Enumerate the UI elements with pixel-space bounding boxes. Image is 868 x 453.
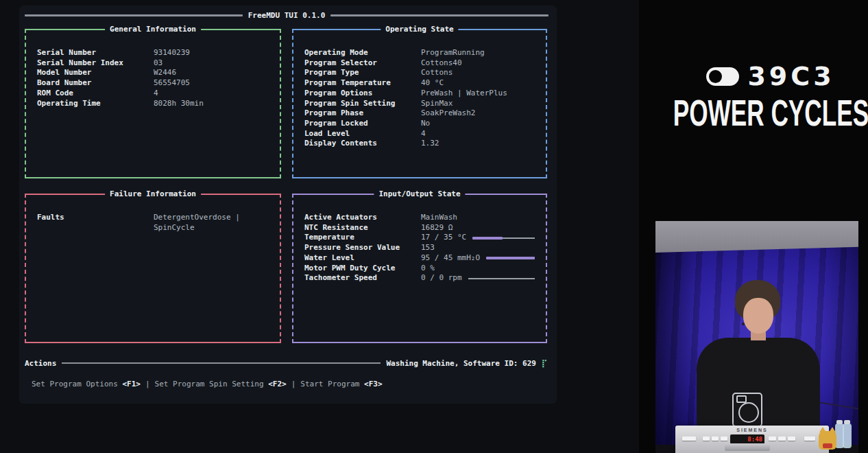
event-logo: 39C3 bbox=[706, 63, 834, 89]
info-row: Serial Number Index03 bbox=[37, 58, 270, 69]
row-value: DetergentOverdose | SpinCycle bbox=[154, 213, 240, 233]
hotkey-f3: <F3> bbox=[364, 380, 383, 388]
spinner-icon: ⡏ bbox=[542, 359, 547, 368]
row-label: Pressure Sensor Value bbox=[304, 243, 421, 253]
row-value: MainWash bbox=[421, 213, 457, 223]
row-label: Program Locked bbox=[304, 119, 421, 129]
washing-machine-control-panel: SIEMENS 8:48 bbox=[675, 426, 829, 453]
row-value: 1.32 bbox=[421, 139, 439, 149]
row-label: Faults bbox=[37, 213, 154, 223]
row-label: Serial Number bbox=[37, 48, 154, 58]
row-label: Serial Number Index bbox=[37, 58, 154, 69]
row-value: 17 / 35 °C bbox=[421, 233, 466, 243]
info-row: Temperature17 / 35 °C bbox=[304, 233, 536, 243]
row-value: No bbox=[421, 119, 430, 129]
row-label: Operating Mode bbox=[304, 48, 421, 58]
machine-button bbox=[778, 437, 786, 441]
info-row: Operating ModeProgramRunning bbox=[304, 48, 536, 58]
row-label: Active Actuators bbox=[304, 213, 421, 223]
info-row: Board Number56554705 bbox=[37, 78, 270, 89]
row-value: 153 bbox=[421, 243, 435, 253]
row-label: Tachometer Speed bbox=[304, 273, 421, 283]
row-label: Motor PWM Duty Cycle bbox=[304, 264, 421, 274]
info-row: Program Temperature40 °C bbox=[304, 78, 536, 89]
washing-machine-doodle bbox=[732, 393, 762, 427]
row-label: NTC Resistance bbox=[304, 223, 421, 233]
info-row: NTC Resistance16829 Ω bbox=[304, 223, 536, 233]
panel-title: Input/Output State bbox=[374, 189, 465, 198]
panel-body: Operating ModeProgramRunning Program Sel… bbox=[293, 30, 546, 149]
action-label: Set Program Options bbox=[32, 380, 118, 388]
row-label: Operating Time bbox=[37, 99, 154, 109]
machine-button bbox=[804, 437, 815, 441]
row-value: Cottons bbox=[421, 68, 453, 78]
event-name: 39C3 bbox=[747, 63, 834, 89]
row-value: 16829 Ω bbox=[421, 223, 453, 233]
title-rule-left bbox=[25, 14, 243, 16]
info-row: Active ActuatorsMainWash bbox=[304, 213, 536, 223]
action-start-program[interactable]: Start Program <F3> bbox=[300, 380, 382, 388]
row-value: 0 / 0 rpm bbox=[421, 273, 462, 283]
hotkey-bar: Set Program Options <F1>|Set Program Spi… bbox=[32, 380, 383, 388]
info-row: Tachometer Speed0 / 0 rpm bbox=[304, 273, 536, 283]
panel-failure-information: Failure Information FaultsDetergentOverd… bbox=[25, 194, 281, 343]
toggle-switch-icon bbox=[706, 67, 739, 86]
panel-body: Serial Number93140239 Serial Number Inde… bbox=[26, 30, 280, 108]
row-label: Board Number bbox=[37, 78, 154, 89]
row-value: ProgramRunning bbox=[421, 48, 485, 58]
row-label: ROM Code bbox=[37, 89, 154, 99]
detergent-drawer bbox=[725, 443, 770, 451]
action-separator: | bbox=[145, 380, 150, 388]
machine-button bbox=[721, 437, 727, 441]
water-level-gauge bbox=[486, 257, 535, 259]
action-set-program-options[interactable]: Set Program Options <F1> bbox=[32, 380, 141, 388]
info-row: Motor PWM Duty Cycle0 % bbox=[304, 264, 536, 274]
action-label: Set Program Spin Setting bbox=[155, 380, 264, 388]
app-title: FreeMDU TUI 0.1.0 bbox=[248, 11, 326, 20]
info-row: Program OptionsPreWash | WaterPlus bbox=[304, 89, 536, 99]
row-value: 56554705 bbox=[154, 78, 190, 89]
info-row: Program TypeCottons bbox=[304, 68, 536, 78]
row-label: Program Selector bbox=[304, 58, 421, 69]
row-label: Load Level bbox=[304, 129, 421, 139]
panel-operating-state: Operating State Operating ModeProgramRun… bbox=[292, 29, 547, 178]
gauge-fill bbox=[472, 237, 503, 240]
row-label: Program Options bbox=[304, 89, 421, 99]
machine-display: 8:48 bbox=[730, 434, 764, 444]
panel-title: Operating State bbox=[381, 25, 458, 34]
row-value: 4 bbox=[154, 89, 158, 99]
hotkey-f2: <F2> bbox=[268, 380, 287, 388]
lucky-cat-figurine bbox=[819, 431, 836, 450]
panel-general-information: General Information Serial Number9314023… bbox=[25, 29, 281, 178]
info-row: Program PhaseSoakPreWash2 bbox=[304, 108, 536, 119]
row-value: W2446 bbox=[154, 68, 176, 78]
row-label: Temperature bbox=[304, 233, 421, 243]
row-value: 8028h 30min bbox=[154, 99, 204, 109]
row-value: SoakPreWash2 bbox=[421, 108, 475, 119]
panel-body: Active ActuatorsMainWash NTC Resistance1… bbox=[293, 195, 546, 283]
info-row: ROM Code4 bbox=[37, 89, 270, 99]
row-label: Program Spin Setting bbox=[304, 99, 421, 109]
row-label: Display Contents bbox=[304, 139, 421, 149]
row-label: Model Number bbox=[37, 68, 154, 78]
status-bar: Actions Washing Machine, Software ID: 62… bbox=[25, 358, 547, 368]
tachometer-gauge bbox=[468, 277, 535, 280]
row-value: PreWash | WaterPlus bbox=[421, 89, 507, 99]
row-label: Program Phase bbox=[304, 108, 421, 119]
info-row: Model NumberW2446 bbox=[37, 68, 270, 78]
machine-button bbox=[712, 437, 719, 441]
actions-heading: Actions bbox=[25, 359, 56, 368]
info-row: Program LockedNo bbox=[304, 119, 536, 129]
info-row: Water Level95 / 45 mmH₂O bbox=[304, 253, 536, 264]
row-value: 4 bbox=[421, 129, 426, 139]
machine-button bbox=[703, 437, 710, 441]
row-value: 03 bbox=[154, 58, 162, 69]
machine-button bbox=[682, 437, 696, 441]
event-branding: 39C3 POWER CYCLES bbox=[677, 63, 864, 126]
action-label: Start Program bbox=[300, 380, 359, 388]
terminal-window[interactable]: FreeMDU TUI 0.1.0 General Information Se… bbox=[19, 5, 557, 404]
row-value: SpinMax bbox=[421, 99, 453, 109]
row-label: Program Temperature bbox=[304, 78, 421, 89]
action-separator: | bbox=[291, 380, 296, 388]
action-set-spin-setting[interactable]: Set Program Spin Setting <F2> bbox=[155, 380, 287, 388]
